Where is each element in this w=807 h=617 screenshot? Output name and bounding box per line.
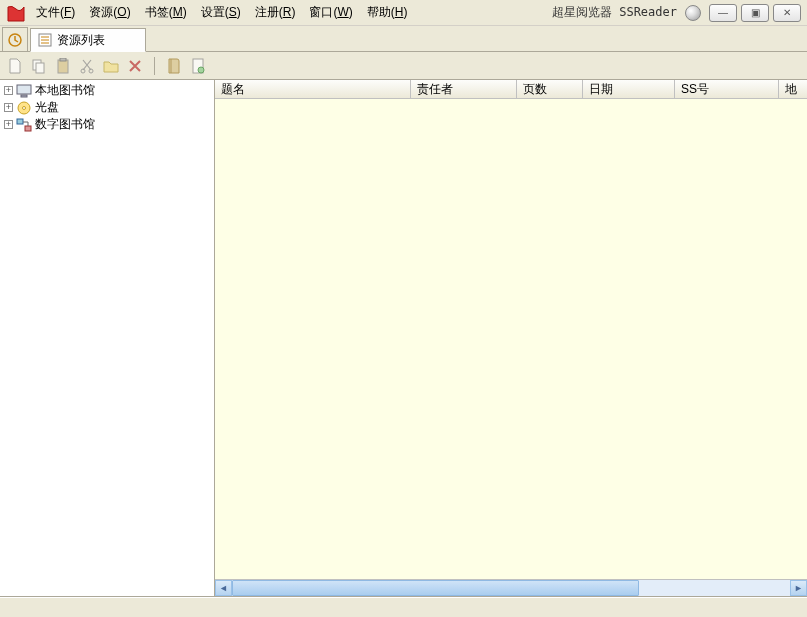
menu-bar: 文件(F) 资源(O) 书签(M) 设置(S) 注册(R) 窗口(W) 帮助(H…	[30, 2, 413, 23]
scroll-track[interactable]	[232, 580, 790, 596]
minimize-button[interactable]: —	[709, 4, 737, 22]
menu-help[interactable]: 帮助(H)	[361, 2, 414, 23]
network-icon	[16, 117, 32, 133]
horizontal-scrollbar[interactable]: ◄ ►	[215, 579, 807, 596]
toolbar-separator	[154, 57, 155, 75]
menu-bookmark[interactable]: 书签(M)	[139, 2, 193, 23]
menu-register[interactable]: 注册(R)	[249, 2, 302, 23]
menu-settings[interactable]: 设置(S)	[195, 2, 247, 23]
svg-rect-14	[17, 85, 31, 94]
tree-item-local-library[interactable]: + 本地图书馆	[2, 82, 212, 99]
main-area: + 本地图书馆 + 光盘 + 数字图书馆 题名 责任者 页数 日期	[0, 80, 807, 597]
new-doc-icon[interactable]	[6, 57, 24, 75]
book-icon[interactable]	[165, 57, 183, 75]
svg-point-13	[198, 67, 204, 73]
expand-icon[interactable]: +	[4, 86, 13, 95]
expand-icon[interactable]: +	[4, 103, 13, 112]
svg-rect-7	[58, 60, 68, 73]
status-bar	[0, 597, 807, 617]
resource-tree[interactable]: + 本地图书馆 + 光盘 + 数字图书馆	[0, 80, 215, 596]
tab-label: 资源列表	[57, 32, 105, 49]
column-header-date[interactable]: 日期	[583, 80, 675, 98]
history-tab-button[interactable]	[2, 27, 28, 51]
title-bar: 文件(F) 资源(O) 书签(M) 设置(S) 注册(R) 窗口(W) 帮助(H…	[0, 0, 807, 26]
svg-point-17	[23, 106, 26, 109]
column-header-location[interactable]: 地	[779, 80, 807, 98]
column-headers: 题名 责任者 页数 日期 SS号 地	[215, 80, 807, 99]
list-icon	[37, 32, 53, 48]
svg-rect-6	[36, 63, 44, 73]
list-body[interactable]	[215, 99, 807, 579]
maximize-button[interactable]: ▣	[741, 4, 769, 22]
expand-icon[interactable]: +	[4, 120, 13, 129]
tab-resource-list[interactable]: 资源列表	[30, 28, 146, 52]
close-button[interactable]: ✕	[773, 4, 801, 22]
paste-icon[interactable]	[54, 57, 72, 75]
scroll-thumb[interactable]	[232, 580, 639, 596]
disc-icon	[16, 100, 32, 116]
copy-icon[interactable]	[30, 57, 48, 75]
tree-item-disc[interactable]: + 光盘	[2, 99, 212, 116]
app-title: 超星阅览器 SSReader	[552, 4, 677, 21]
tree-item-label: 本地图书馆	[35, 82, 95, 99]
tree-item-label: 光盘	[35, 99, 59, 116]
svg-rect-18	[17, 119, 23, 124]
app-logo-icon	[6, 3, 26, 23]
menu-window[interactable]: 窗口(W)	[303, 2, 358, 23]
delete-icon[interactable]	[126, 57, 144, 75]
svg-rect-8	[60, 58, 66, 61]
svg-rect-15	[21, 95, 27, 97]
column-header-title[interactable]: 题名	[215, 80, 411, 98]
menu-resource[interactable]: 资源(O)	[83, 2, 136, 23]
svg-rect-19	[25, 126, 31, 131]
toolbar	[0, 52, 807, 80]
scroll-left-button[interactable]: ◄	[215, 580, 232, 596]
scroll-right-button[interactable]: ►	[790, 580, 807, 596]
tree-item-digital-library[interactable]: + 数字图书馆	[2, 116, 212, 133]
properties-icon[interactable]	[189, 57, 207, 75]
folder-icon[interactable]	[102, 57, 120, 75]
monitor-icon	[16, 83, 32, 99]
column-header-ssid[interactable]: SS号	[675, 80, 779, 98]
column-header-pages[interactable]: 页数	[517, 80, 583, 98]
activity-indicator-icon	[685, 5, 701, 21]
content-pane: 题名 责任者 页数 日期 SS号 地 ◄ ►	[215, 80, 807, 596]
column-header-author[interactable]: 责任者	[411, 80, 517, 98]
cut-icon[interactable]	[78, 57, 96, 75]
menu-file[interactable]: 文件(F)	[30, 2, 81, 23]
tree-item-label: 数字图书馆	[35, 116, 95, 133]
tab-strip: 资源列表	[0, 26, 807, 52]
window-controls: — ▣ ✕	[709, 4, 801, 22]
